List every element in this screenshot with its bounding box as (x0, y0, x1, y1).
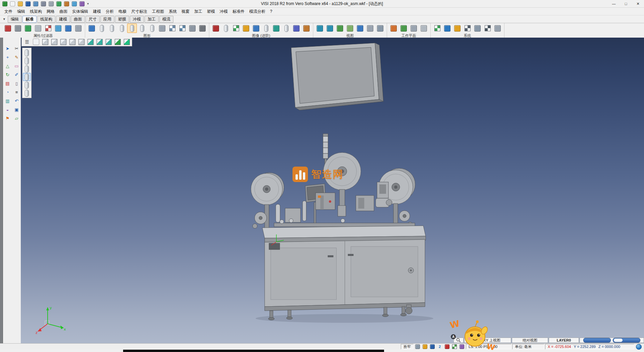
workplane-axes-icon[interactable] (389, 24, 398, 33)
adv-anim-icon[interactable] (302, 24, 311, 33)
shade-style4-icon[interactable] (147, 24, 157, 33)
status-layer[interactable]: LAYER0 (549, 338, 579, 343)
notebook-icon[interactable] (429, 344, 436, 350)
grid-snap-icon[interactable] (70, 0, 78, 7)
view-iso4-icon[interactable] (113, 38, 122, 46)
wire-style2-icon[interactable] (107, 24, 117, 33)
rotate-view-icon[interactable] (345, 24, 355, 33)
system-plane-icon[interactable] (493, 24, 502, 33)
layers-icon[interactable]: ≡ (12, 88, 21, 96)
zoom-window-icon[interactable] (325, 24, 335, 33)
connection-orb-icon[interactable] (636, 344, 642, 350)
filter-swap-icon[interactable] (63, 24, 73, 33)
filter-cut-icon[interactable] (33, 24, 43, 33)
status-color-bars[interactable] (580, 338, 644, 343)
open-file-icon[interactable] (16, 0, 24, 7)
menu-die[interactable]: 冲模 (217, 8, 230, 15)
shade-active-icon[interactable] (127, 24, 137, 33)
system-layers-icon[interactable] (473, 24, 482, 33)
system-monitor-icon[interactable] (442, 24, 452, 33)
hidden-line-icon[interactable] (157, 24, 167, 33)
clip-plane5-icon[interactable] (23, 81, 31, 89)
menu-mesh[interactable]: 网格 (44, 8, 57, 15)
tab-edit[interactable]: 编辑 (8, 16, 22, 23)
adv-texture-icon[interactable] (231, 24, 241, 33)
view-left-icon[interactable] (68, 38, 77, 46)
menu-system[interactable]: 系统 (166, 8, 179, 15)
color-bar-primary[interactable] (583, 338, 611, 343)
tab-flow[interactable]: 模流 (159, 16, 173, 23)
view-right-icon[interactable] (59, 38, 68, 46)
filter-funnel-icon[interactable] (73, 24, 83, 33)
menu-modeling[interactable]: 建模 (91, 8, 103, 15)
select-icon[interactable]: ➤ (3, 44, 12, 52)
render-horse-icon[interactable] (198, 24, 207, 33)
tab-dimension[interactable]: 尺寸 (86, 16, 100, 23)
adv-material-icon[interactable] (221, 24, 231, 33)
view-menu-icon[interactable]: ☰ (22, 38, 32, 46)
capture-icon[interactable] (421, 344, 429, 350)
clip-plane2-icon[interactable] (23, 57, 31, 65)
color-bar-secondary[interactable] (613, 338, 640, 343)
tab-die[interactable]: 冲模 (130, 16, 144, 23)
menu-file[interactable]: 文件 (2, 8, 15, 15)
view-store-icon[interactable] (365, 24, 375, 33)
doc-icon[interactable]: ▱ (12, 114, 21, 122)
page-icon[interactable]: ▯ (12, 79, 21, 87)
screen-icon[interactable] (414, 344, 421, 350)
visi-logo-icon[interactable] (1, 0, 8, 7)
tab-modeling[interactable]: 建模 (56, 16, 70, 23)
menu-edit[interactable]: 编辑 (15, 8, 28, 15)
adv-env-icon[interactable] (271, 24, 281, 33)
pencil-plus-icon[interactable]: ✐ (12, 71, 21, 79)
system-colors-icon[interactable] (432, 24, 442, 33)
attr-chain-icon[interactable] (23, 24, 33, 33)
menu-window[interactable]: 视窗 (179, 8, 192, 15)
adv-camera-icon[interactable] (251, 24, 261, 33)
menu-mold[interactable]: 塑模 (205, 8, 217, 15)
shade-style3-icon[interactable] (137, 24, 147, 33)
menu-machining[interactable]: 加工 (192, 8, 205, 15)
view-back-icon[interactable] (77, 38, 86, 46)
eraser-icon[interactable]: ▭ (12, 62, 21, 70)
maximize-button[interactable]: □ (620, 0, 632, 7)
tabbar-caret-icon[interactable]: ▼ (1, 17, 7, 21)
view-previous-icon[interactable] (355, 24, 365, 33)
workplane-align-icon[interactable] (409, 24, 419, 33)
adv-light-icon[interactable] (241, 24, 251, 33)
filter-boxes-icon[interactable] (43, 24, 53, 33)
view-iso-icon[interactable] (86, 38, 95, 46)
workplane-plane-icon[interactable] (399, 24, 409, 33)
stack-icon[interactable]: ▤ (3, 79, 12, 87)
view-front-icon[interactable] (50, 38, 59, 46)
scissors-icon[interactable]: ✂ (12, 44, 21, 52)
print-icon[interactable] (40, 0, 47, 7)
wire-style-icon[interactable] (97, 24, 107, 33)
view-iso3-icon[interactable] (104, 38, 113, 46)
save-view-icon[interactable]: ▣ (12, 105, 21, 114)
view-top-icon[interactable] (41, 38, 50, 46)
pan-icon[interactable] (335, 24, 345, 33)
menu-help[interactable]: ? (268, 8, 275, 14)
workplane-view-icon[interactable] (419, 24, 429, 33)
zoom-all-icon[interactable] (315, 24, 325, 33)
trim-icon[interactable]: △ (3, 62, 12, 70)
close-button[interactable]: ✕ (632, 0, 644, 7)
menu-dimension[interactable]: 尺寸标注 (129, 8, 150, 15)
save-icon[interactable] (24, 0, 32, 7)
menu-surface[interactable]: 曲面 (57, 8, 70, 15)
adv-shadow-icon[interactable] (281, 24, 291, 33)
palette-icon[interactable]: ◒ (3, 105, 12, 114)
section-grid2-icon[interactable] (177, 24, 187, 33)
view-dynamic-icon[interactable] (375, 24, 385, 33)
adv-style-icon[interactable] (261, 24, 271, 33)
columns-icon[interactable]: ▥ (3, 97, 12, 105)
clip-plane6-icon[interactable] (23, 89, 31, 97)
help-2-icon[interactable]: 2 (436, 344, 443, 350)
adv-gallery-icon[interactable] (291, 24, 301, 33)
menu-flow-analysis[interactable]: 模流分析 (247, 8, 268, 15)
system-snap-icon[interactable] (483, 24, 492, 33)
crosshair-icon[interactable]: + (3, 53, 12, 61)
settings-icon[interactable] (78, 0, 86, 7)
attr-magnet-icon[interactable] (3, 24, 13, 33)
